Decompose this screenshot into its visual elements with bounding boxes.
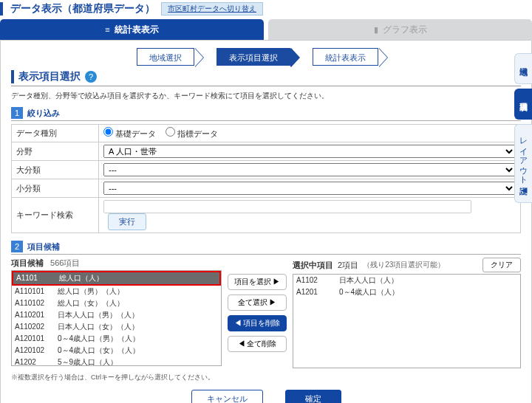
item-code: A1101 <box>16 274 59 282</box>
main-panel: 地域選択 表示項目選択 統計表表示 表示項目選択 ? データ種別、分野等で絞込み… <box>0 40 532 403</box>
item-label: 総人口（女）（人） <box>58 299 124 307</box>
filter-section-header: 1 絞り込み <box>11 107 521 121</box>
keyword-label: キーワード検索 <box>12 198 99 233</box>
item-code: A110201 <box>15 311 58 319</box>
selected-count: 2項目 <box>338 260 358 271</box>
candidates-listbox[interactable]: A1101総人口（人）A110101総人口（男）（人）A110102総人口（女）… <box>11 270 222 366</box>
radio-basic-label[interactable]: 基礎データ <box>103 129 158 138</box>
run-button[interactable]: 実行 <box>108 213 146 230</box>
list-item[interactable]: A12025～9歳人口（人） <box>12 356 221 366</box>
selected-listbox[interactable]: A1102日本人人口（人）A12010～4歳人口（人） <box>293 274 521 368</box>
delete-item-button[interactable]: ◀ 項目を削除 <box>228 315 287 331</box>
list-item[interactable]: A110202日本人人口（女）（人） <box>12 321 221 333</box>
candidates-header-label: 項目候補 <box>11 258 44 267</box>
item-label: 0～4歳人口（女）（人） <box>58 346 140 354</box>
item-label: 0～4歳人口（人） <box>339 288 399 296</box>
list-item[interactable]: A1201020～4歳人口（女）（人） <box>12 345 221 356</box>
selected-remaining: （残り23項目選択可能） <box>363 260 445 270</box>
confirm-button[interactable]: 確定 <box>285 390 341 403</box>
list-item[interactable]: A12010～4歳人口（人） <box>293 286 520 298</box>
radio-indicator-label[interactable]: 指標データ <box>166 129 218 138</box>
item-code: A120101 <box>15 334 58 342</box>
radio-basic[interactable] <box>103 127 113 137</box>
select-item-button[interactable]: 項目を選択 ▶ <box>228 274 287 290</box>
major-label: 大分類 <box>12 161 99 179</box>
item-code: A110101 <box>15 287 58 295</box>
field-select[interactable]: A 人口・世帯 <box>103 145 516 158</box>
candidates-section-label: 項目候補 <box>27 241 60 252</box>
list-item[interactable]: A1201010～4歳人口（男）（人） <box>12 333 221 345</box>
step-breadcrumb: 地域選択 表示項目選択 統計表表示 <box>137 48 521 66</box>
item-label: 日本人人口（男）（人） <box>58 311 139 319</box>
item-code: A120102 <box>15 346 58 354</box>
chart-icon: ▮ <box>374 25 378 35</box>
tab-table[interactable]: ≡ 統計表表示 <box>0 19 264 40</box>
candidates-section-header: 2 項目候補 <box>11 241 521 255</box>
side-tab-region[interactable]: 地域選択 ◀ <box>514 53 532 84</box>
step-table[interactable]: 統計表表示 <box>313 48 378 66</box>
step-item[interactable]: 表示項目選択 <box>216 48 290 66</box>
clear-button[interactable]: クリア <box>482 258 521 272</box>
tab-table-label: 統計表表示 <box>115 24 159 36</box>
item-code: A110102 <box>15 299 58 307</box>
candidates-count: 566項目 <box>50 258 80 267</box>
tab-graph[interactable]: ▮ グラフ表示 <box>268 19 532 40</box>
item-label: 総人口（人） <box>59 274 103 282</box>
field-label: 分野 <box>12 142 99 161</box>
multi-select-note: ※複数選択を行う場合は、Ctrlキーを押しながら選択してください。 <box>11 373 521 382</box>
radio-indicator[interactable] <box>166 127 175 137</box>
side-tabs: 地域選択 ◀ 表示項目選択 ◀ レイアウト設定 ◀ <box>514 53 532 203</box>
step-region[interactable]: 地域選択 <box>137 48 194 66</box>
filter-section-label: 絞り込み <box>27 108 60 119</box>
section-divider <box>11 86 521 86</box>
list-item[interactable]: A110201日本人人口（男）（人） <box>12 309 221 321</box>
side-tab-item[interactable]: 表示項目選択 ◀ <box>514 89 532 120</box>
minor-select[interactable]: --- <box>103 182 516 195</box>
main-tabs: ≡ 統計表表示 ▮ グラフ表示 <box>0 19 532 40</box>
data-type-label: データ種別 <box>12 125 99 142</box>
section-title: 表示項目選択 <box>18 70 81 83</box>
section-desc: データ種別、分野等で絞込み項目を選択するか、キーワード検索にて項目を選択してくだ… <box>11 91 521 101</box>
keyword-input[interactable] <box>103 200 471 213</box>
item-code: A1202 <box>15 358 58 366</box>
header-bar <box>0 2 3 16</box>
list-item[interactable]: A110101総人口（男）（人） <box>12 286 221 297</box>
step-num-2: 2 <box>11 241 23 252</box>
select-all-button[interactable]: 全て選択 ▶ <box>228 294 287 311</box>
item-code: A1201 <box>296 288 339 296</box>
chevron-left-icon: ◀ <box>521 102 527 111</box>
filter-table: データ種別 基礎データ 指標データ 分野 A 人口・世帯 大分類 --- 小分類… <box>11 124 521 233</box>
item-label: 0～4歳人口（男）（人） <box>58 334 140 342</box>
delete-all-button[interactable]: ◀ 全て削除 <box>228 336 287 352</box>
major-select[interactable]: --- <box>103 163 516 176</box>
item-label: 日本人人口（女）（人） <box>58 323 139 331</box>
minor-label: 小分類 <box>12 179 99 198</box>
item-code: A110202 <box>15 323 58 331</box>
selected-header-label: 選択中項目 <box>293 260 333 271</box>
list-item[interactable]: A1102日本人人口（人） <box>293 275 520 286</box>
radio-indicator-text: 指標データ <box>177 129 218 138</box>
chevron-left-icon: ◀ <box>521 185 527 195</box>
chevron-left-icon: ◀ <box>521 66 527 76</box>
section-bar <box>11 70 14 83</box>
list-icon: ≡ <box>105 25 109 34</box>
cancel-button[interactable]: キャンセル <box>191 390 263 403</box>
item-code: A1102 <box>296 276 339 284</box>
page-title: データ表示（都道府県データ） <box>10 2 155 16</box>
radio-basic-text: 基礎データ <box>115 129 156 138</box>
list-item[interactable]: A110102総人口（女）（人） <box>12 297 221 309</box>
tab-graph-label: グラフ表示 <box>383 24 427 36</box>
switch-dataset-link[interactable]: 市区町村データへ切り替え <box>161 2 263 16</box>
list-item[interactable]: A1101総人口（人） <box>12 271 221 286</box>
side-tab-layout[interactable]: レイアウト設定 ◀ <box>514 124 532 203</box>
item-label: 総人口（男）（人） <box>58 287 124 295</box>
side-tab-layout-label: レイアウト設定 <box>519 132 528 180</box>
help-icon[interactable]: ? <box>85 71 97 83</box>
item-label: 日本人人口（人） <box>339 276 398 284</box>
item-label: 5～9歳人口（人） <box>58 358 117 366</box>
step-num-1: 1 <box>11 107 23 119</box>
